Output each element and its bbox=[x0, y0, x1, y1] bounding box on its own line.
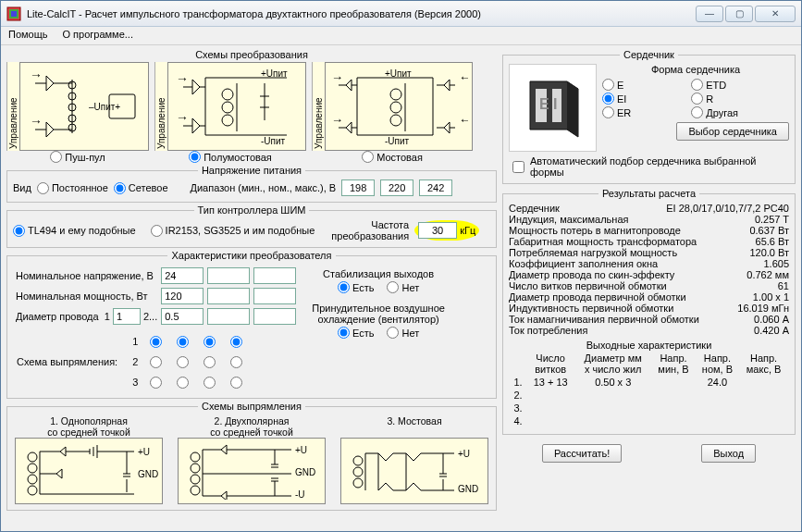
minimize-button[interactable]: — bbox=[696, 6, 723, 22]
rect-2-2[interactable] bbox=[177, 356, 189, 368]
radio-shape-other[interactable]: Другая bbox=[691, 106, 789, 118]
radio-pwm-tl494[interactable]: TL494 и ему подобные bbox=[13, 225, 136, 237]
radio-pushpull[interactable]: Пуш-пул bbox=[50, 151, 105, 163]
rect-1-4[interactable] bbox=[230, 336, 242, 348]
svg-text:-Uпит: -Uпит bbox=[261, 136, 286, 146]
radio-shape-ei[interactable]: EI bbox=[602, 93, 682, 105]
freq-label1: Частота bbox=[371, 219, 409, 230]
group-supply: Напряжение питания Вид Постоянное Сетево… bbox=[6, 165, 497, 203]
res-bmax: 0.257 T bbox=[706, 214, 789, 225]
dia1-input[interactable] bbox=[113, 308, 141, 325]
group-rect: Схемы выпрямления 1. Однополярная со сре… bbox=[6, 401, 497, 511]
core-image: E I bbox=[509, 64, 597, 152]
supply-nom-input[interactable] bbox=[380, 179, 413, 196]
pnom-input[interactable] bbox=[161, 288, 204, 304]
radio-supply-ac[interactable]: Сетевое bbox=[114, 182, 168, 194]
out-row-3: 3. bbox=[511, 402, 787, 414]
rect-3-3[interactable] bbox=[204, 377, 216, 389]
res-lprim: 16.019 мГн bbox=[706, 303, 789, 314]
vnom-label: Номинальное напряжение, В bbox=[15, 266, 158, 285]
pnom3-input[interactable] bbox=[253, 288, 296, 304]
group-pwm: Тип контроллера ШИМ TL494 и ему подобные… bbox=[6, 204, 497, 248]
stab-label: Стабилизация выходов bbox=[312, 268, 445, 279]
calculate-button[interactable]: Рассчитать! bbox=[542, 444, 622, 463]
exit-button[interactable]: Выход bbox=[701, 444, 756, 463]
radio-shape-r[interactable]: R bbox=[691, 93, 789, 105]
res-ploss: 0.637 Вт bbox=[706, 225, 789, 236]
rect-label: Схема выпрямления: bbox=[13, 331, 129, 392]
freq-highlight: кГц bbox=[414, 220, 479, 241]
out-row-1: 1. 13 + 13 0.50 x 3 24.0 bbox=[511, 377, 787, 388]
dia3-input[interactable] bbox=[207, 308, 250, 325]
dia-label: Диаметр провода bbox=[16, 311, 99, 322]
rect-3-2[interactable] bbox=[177, 377, 189, 389]
svg-text:GND: GND bbox=[138, 469, 158, 479]
res-nprim: 61 bbox=[706, 280, 789, 291]
supply-range-label: Диапазон (мин., ном., макс.), В bbox=[191, 182, 337, 193]
radio-fan-yes[interactable]: Есть bbox=[338, 327, 374, 339]
rect-1-1[interactable] bbox=[150, 336, 162, 348]
freq-unit: кГц bbox=[460, 225, 475, 236]
svg-text:+Uпит: +Uпит bbox=[385, 68, 412, 79]
titlebar: Lite-CalcIT - Расчет импульсного трансфо… bbox=[1, 1, 801, 27]
radio-shape-e[interactable]: E bbox=[602, 79, 682, 91]
svg-text:→: → bbox=[331, 70, 343, 84]
supply-max-input[interactable] bbox=[419, 179, 452, 196]
vnom3-input[interactable] bbox=[253, 267, 296, 284]
supply-title: Напряжение питания bbox=[198, 165, 305, 176]
group-params: Характеристики преобразователя Номинальн… bbox=[6, 250, 497, 399]
rect-2-1[interactable] bbox=[150, 356, 162, 368]
rect-2-3[interactable] bbox=[204, 356, 216, 368]
dia4-input[interactable] bbox=[253, 308, 296, 325]
svg-text:+Uпит: +Uпит bbox=[261, 68, 288, 79]
radio-pwm-ir2153[interactable]: IR2153, SG3525 и им подобные bbox=[151, 225, 315, 237]
rect-3-1[interactable] bbox=[150, 377, 162, 389]
ctrl-vertical-label: Управление bbox=[6, 62, 19, 151]
menu-about[interactable]: О программе... bbox=[63, 29, 133, 43]
radio-fan-no[interactable]: Нет bbox=[387, 327, 419, 339]
ctrl-vertical-label: Управление bbox=[312, 62, 325, 151]
rect-1-3[interactable] bbox=[204, 336, 216, 348]
rect-2-4[interactable] bbox=[230, 356, 242, 368]
rect-scheme-3-image: +UGND bbox=[340, 438, 488, 504]
vnom-input[interactable] bbox=[161, 267, 204, 284]
svg-text:→: → bbox=[176, 110, 189, 125]
svg-text:+U: +U bbox=[138, 447, 150, 457]
pnom2-input[interactable] bbox=[207, 288, 250, 304]
menu-help[interactable]: Помощь bbox=[8, 29, 48, 43]
res-imag: 0.060 А bbox=[706, 314, 789, 325]
group-results: Результаты расчета СердечникEI 28,0/17,0… bbox=[502, 188, 796, 435]
radio-stab-no[interactable]: Нет bbox=[387, 281, 419, 293]
res-dskin: 0.762 мм bbox=[706, 269, 789, 280]
radio-fullbridge[interactable]: Мостовая bbox=[362, 151, 423, 163]
radio-shape-er[interactable]: ER bbox=[602, 106, 682, 118]
radio-shape-etd[interactable]: ETD bbox=[691, 79, 789, 91]
freq-input[interactable] bbox=[418, 222, 457, 239]
svg-text:←: ← bbox=[459, 113, 468, 127]
window-title: Lite-CalcIT - Расчет импульсного трансфо… bbox=[27, 8, 696, 19]
pick-core-button[interactable]: Выбор сердечника bbox=[676, 122, 789, 141]
rect-3-4[interactable] bbox=[230, 377, 242, 389]
pwm-title: Тип контроллера ШИМ bbox=[194, 204, 310, 216]
scheme-pushpull-image: –Uпит+ → → bbox=[19, 62, 149, 151]
maximize-button[interactable]: ▢ bbox=[725, 6, 753, 22]
rect-1-2[interactable] bbox=[177, 336, 189, 348]
dia2-input[interactable] bbox=[161, 308, 204, 325]
radio-stab-yes[interactable]: Есть bbox=[338, 281, 374, 293]
ctrl-vertical-label: Управление bbox=[154, 62, 167, 151]
auto-core-checkbox[interactable]: Автоматический подбор сердечника выбранн… bbox=[509, 155, 789, 178]
svg-text:→: → bbox=[30, 68, 43, 82]
radio-halfbridge[interactable]: Полумостовая bbox=[189, 151, 272, 163]
svg-rect-2 bbox=[11, 11, 17, 17]
conv-title: Схемы преобразования bbox=[6, 49, 497, 60]
freq-label2: преобразования bbox=[331, 230, 409, 241]
radio-supply-dc[interactable]: Постоянное bbox=[37, 182, 108, 194]
svg-text:GND: GND bbox=[458, 484, 478, 494]
vnom2-input[interactable] bbox=[207, 267, 250, 284]
svg-text:-Uпит: -Uпит bbox=[385, 136, 410, 146]
supply-min-input[interactable] bbox=[341, 179, 375, 196]
res-pgab: 65.6 Вт bbox=[706, 236, 789, 247]
close-button[interactable]: ✕ bbox=[755, 6, 796, 22]
rect-scheme-2-image: +UGND-U bbox=[178, 438, 326, 504]
svg-text:+U: +U bbox=[458, 449, 470, 459]
